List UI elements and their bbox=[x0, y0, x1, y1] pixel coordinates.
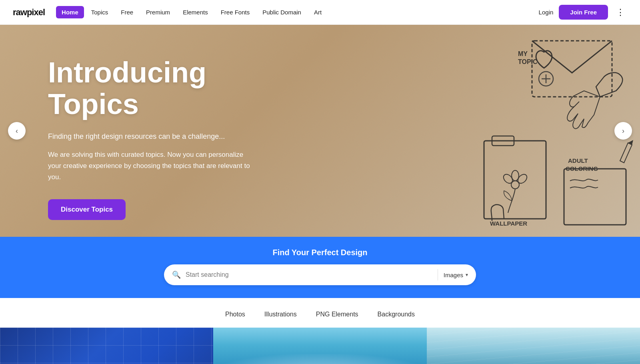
hero-illustration: MY TOPIC WALLPAPER bbox=[360, 25, 640, 237]
image-card-solar[interactable] bbox=[0, 328, 213, 364]
hero-description: We are solving this with curated topics.… bbox=[48, 149, 256, 183]
tab-png-elements[interactable]: PNG Elements bbox=[316, 309, 358, 320]
logo[interactable]: rawpixel bbox=[13, 7, 45, 18]
svg-text:COLORING: COLORING bbox=[566, 165, 598, 172]
tab-backgrounds[interactable]: Backgrounds bbox=[378, 309, 415, 320]
hero-subtitle: Finding the right design resources can b… bbox=[48, 131, 304, 142]
nav-public-domain[interactable]: Public Domain bbox=[257, 6, 307, 18]
carousel-next-button[interactable]: › bbox=[614, 122, 632, 140]
carousel-prev-button[interactable]: ‹ bbox=[8, 122, 26, 140]
join-free-button[interactable]: Join Free bbox=[559, 5, 608, 20]
svg-text:MY: MY bbox=[518, 50, 528, 57]
navbar: rawpixel Home Topics Free Premium Elemen… bbox=[0, 0, 640, 25]
search-section-title: Find Your Perfect Design bbox=[272, 248, 367, 257]
nav-topics[interactable]: Topics bbox=[86, 6, 114, 18]
nav-right: Login Join Free ⋮ bbox=[539, 5, 627, 20]
nav-free-fonts[interactable]: Free Fonts bbox=[215, 6, 256, 18]
login-button[interactable]: Login bbox=[539, 9, 554, 16]
search-input[interactable] bbox=[186, 271, 432, 278]
discover-topics-button[interactable]: Discover Topics bbox=[48, 199, 126, 220]
hero-banner: ‹ Introducing Topics Finding the right d… bbox=[0, 25, 640, 237]
svg-text:TOPIC: TOPIC bbox=[518, 58, 538, 65]
search-bar: 🔍 Images ▾ bbox=[164, 264, 476, 285]
filter-tabs: Photos Illustrations PNG Elements Backgr… bbox=[0, 298, 640, 328]
svg-point-10 bbox=[502, 172, 514, 185]
hero-content: Introducing Topics Finding the right des… bbox=[48, 57, 304, 220]
wave-foam-overlay bbox=[213, 354, 426, 364]
svg-rect-13 bbox=[564, 169, 626, 225]
hero-title: Introducing Topics bbox=[48, 57, 304, 120]
nav-elements[interactable]: Elements bbox=[177, 6, 214, 18]
tab-photos[interactable]: Photos bbox=[225, 309, 245, 320]
chevron-right-icon: › bbox=[622, 127, 624, 135]
svg-text:WALLPAPER: WALLPAPER bbox=[490, 220, 527, 227]
nav-premium[interactable]: Premium bbox=[140, 6, 176, 18]
image-card-wave[interactable] bbox=[213, 328, 426, 364]
nav-home[interactable]: Home bbox=[56, 6, 84, 18]
nav-art[interactable]: Art bbox=[308, 6, 327, 18]
nav-links: Home Topics Free Premium Elements Free F… bbox=[56, 6, 539, 18]
search-type-dropdown[interactable]: Images ▾ bbox=[444, 272, 468, 278]
svg-point-11 bbox=[516, 172, 528, 185]
image-card-ocean[interactable] bbox=[427, 328, 640, 364]
logo-text: rawpixel bbox=[13, 7, 45, 18]
tab-illustrations[interactable]: Illustrations bbox=[264, 309, 297, 320]
more-menu-button[interactable]: ⋮ bbox=[614, 6, 627, 19]
chevron-left-icon: ‹ bbox=[16, 127, 18, 135]
svg-text:ADULT: ADULT bbox=[568, 157, 588, 164]
illustration-svg: MY TOPIC WALLPAPER bbox=[360, 25, 640, 237]
svg-rect-0 bbox=[532, 41, 612, 97]
nav-free[interactable]: Free bbox=[115, 6, 139, 18]
solar-panel-texture bbox=[0, 328, 213, 364]
search-type-label: Images bbox=[444, 272, 463, 278]
chevron-down-icon: ▾ bbox=[466, 272, 468, 278]
search-divider bbox=[438, 269, 438, 280]
images-grid bbox=[0, 328, 640, 364]
search-section: Find Your Perfect Design 🔍 Images ▾ bbox=[0, 237, 640, 298]
ocean-ripple-overlay bbox=[427, 328, 640, 364]
search-icon: 🔍 bbox=[172, 270, 181, 279]
svg-rect-6 bbox=[484, 141, 546, 219]
